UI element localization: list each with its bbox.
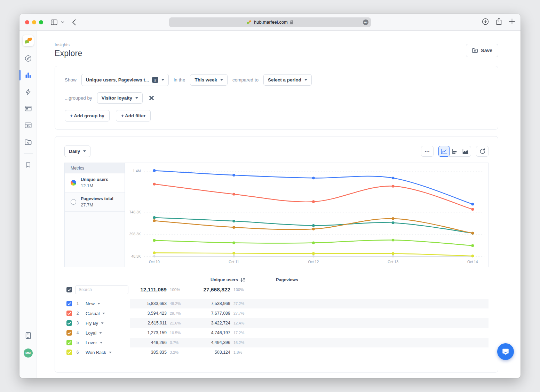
data-point xyxy=(312,228,315,230)
caret-down-icon xyxy=(100,342,102,344)
window-controls xyxy=(25,20,43,24)
user-avatar[interactable]: MM xyxy=(24,348,33,358)
row-checkbox[interactable] xyxy=(66,311,72,316)
row-checkbox[interactable] xyxy=(66,330,72,336)
caret-down-icon xyxy=(220,79,223,81)
sidebar-item-analytics[interactable] xyxy=(19,69,37,81)
y-axis-tick: 398.3K xyxy=(129,232,141,236)
row-checkbox[interactable] xyxy=(66,301,72,306)
group-by-dropdown[interactable]: Visitor loyalty xyxy=(97,92,143,104)
add-group-by-button[interactable]: + Add group by xyxy=(65,110,110,121)
search-input[interactable] xyxy=(75,285,128,294)
caret-down-icon xyxy=(97,303,100,305)
sidebar-item-bookmarks[interactable] xyxy=(19,159,37,171)
compare-period-dropdown[interactable]: Select a period xyxy=(263,74,312,86)
ellipsis-icon: ••• xyxy=(425,149,430,153)
metric-item-pageviews-total[interactable]: Pageviews total 27.7M xyxy=(65,193,125,212)
marfeel-logo[interactable] xyxy=(23,35,34,46)
data-point xyxy=(312,252,315,255)
row-name-dropdown[interactable]: Fly By xyxy=(86,321,104,326)
organization-icon[interactable] xyxy=(24,332,32,341)
row-pageviews: 4,494,396 xyxy=(188,340,230,345)
downloads-icon[interactable] xyxy=(482,18,489,26)
line-chart-type-button[interactable] xyxy=(438,146,450,157)
compass-icon xyxy=(24,55,32,62)
table-row: 4Loyal1,273,15910.5%4,746,19717.2% xyxy=(64,328,489,338)
line-chart: 1.4M748.3K398.3K48.3KOct 10Oct 11Oct 12O… xyxy=(125,163,488,267)
row-pageviews-pct: 16.2% xyxy=(230,340,244,345)
sidebar-item-collections[interactable] xyxy=(19,136,37,148)
data-point xyxy=(153,251,156,254)
add-filter-button[interactable]: + Add filter xyxy=(116,110,151,121)
sidebar-toggle-icon[interactable] xyxy=(51,19,57,25)
row-name-dropdown[interactable]: Loyal xyxy=(86,330,102,336)
line-chart-plot: 1.4M748.3K398.3K48.3KOct 10Oct 11Oct 12O… xyxy=(125,163,488,267)
url-text: hub.marfeel.com xyxy=(254,19,288,25)
caret-down-icon xyxy=(99,332,102,334)
metrics-panel: Metrics Unique users 12.1M Pageviews t xyxy=(65,163,125,267)
sidebar-item-widgets[interactable] xyxy=(19,119,37,131)
caret-down-icon xyxy=(161,79,164,81)
data-point xyxy=(232,226,235,229)
unique-users-column-header: Unique users xyxy=(211,277,238,282)
browser-code-icon xyxy=(24,121,32,129)
row-pageviews: 7,538,969 xyxy=(188,301,230,306)
row-name-dropdown[interactable]: New xyxy=(86,301,100,306)
row-checkbox[interactable] xyxy=(66,350,72,355)
row-name-dropdown[interactable]: Casual xyxy=(86,311,105,316)
sidebar-item-compass[interactable] xyxy=(19,53,37,64)
data-point xyxy=(233,255,235,257)
zoom-window-button[interactable] xyxy=(39,20,43,24)
remove-group-by-button[interactable] xyxy=(149,95,154,101)
sort-icon[interactable] xyxy=(240,278,245,282)
save-button[interactable]: Save xyxy=(466,44,498,57)
sidebar-item-actions[interactable] xyxy=(19,86,37,98)
row-checkbox[interactable] xyxy=(66,340,72,345)
row-rank: 1 xyxy=(75,301,80,306)
row-pageviews-pct: 1.8% xyxy=(230,350,242,354)
breakdown-table: Unique users Pageviews xyxy=(64,276,489,357)
data-point xyxy=(392,239,395,242)
row-name-dropdown[interactable]: Lover xyxy=(86,340,103,345)
granularity-dropdown[interactable]: Daily xyxy=(64,146,90,157)
row-unique-users-pct: 3.2% xyxy=(167,350,188,354)
table-row: 3Fly By2,615,01121.6%3,422,72412.4% xyxy=(64,318,489,328)
row-unique-users: 3,594,423 xyxy=(130,311,167,316)
period-dropdown[interactable]: This week xyxy=(190,74,228,86)
line-chart-icon xyxy=(441,149,447,154)
share-icon[interactable] xyxy=(496,18,502,26)
data-point xyxy=(312,255,315,257)
bar-chart-type-button[interactable] xyxy=(449,146,460,157)
refresh-button[interactable] xyxy=(476,146,489,157)
back-button[interactable] xyxy=(72,19,76,25)
bookmark-icon xyxy=(25,161,31,168)
row-pageviews: 503,124 xyxy=(188,350,230,355)
query-builder-card: Show Unique users, Pageviews t... 2 in t… xyxy=(55,66,498,130)
pageviews-total: 27,668,822 xyxy=(188,287,230,293)
pageviews-total-pct: 100% xyxy=(230,288,244,292)
sidebar-item-layouts[interactable] xyxy=(19,103,37,115)
data-point xyxy=(232,193,235,196)
row-name-dropdown[interactable]: Won Back xyxy=(86,350,112,355)
area-chart-type-button[interactable] xyxy=(460,146,471,157)
browser-titlebar: hub.marfeel.com ••• xyxy=(19,14,521,31)
chat-launcher-button[interactable] xyxy=(497,343,514,360)
more-options-button[interactable]: ••• xyxy=(421,146,434,157)
row-pageviews-pct: 27.2% xyxy=(230,301,244,306)
url-options-icon[interactable]: ••• xyxy=(363,19,368,25)
select-all-checkbox[interactable] xyxy=(66,287,72,292)
y-axis-tick: 748.3K xyxy=(129,210,141,214)
breadcrumb: Insights xyxy=(55,42,82,47)
row-checkbox[interactable] xyxy=(66,320,72,326)
new-tab-icon[interactable] xyxy=(509,18,515,26)
caret-down-icon xyxy=(304,79,307,81)
close-window-button[interactable] xyxy=(25,20,29,24)
metric-item-unique-users[interactable]: Unique users 12.1M xyxy=(65,173,125,193)
data-point xyxy=(153,219,156,222)
url-bar[interactable]: hub.marfeel.com ••• xyxy=(169,17,371,27)
lightning-icon xyxy=(25,88,32,96)
metrics-dropdown[interactable]: Unique users, Pageviews t... 2 xyxy=(81,74,169,86)
data-point xyxy=(232,242,235,244)
minimize-window-button[interactable] xyxy=(32,20,36,24)
chevron-down-icon[interactable] xyxy=(61,21,64,23)
